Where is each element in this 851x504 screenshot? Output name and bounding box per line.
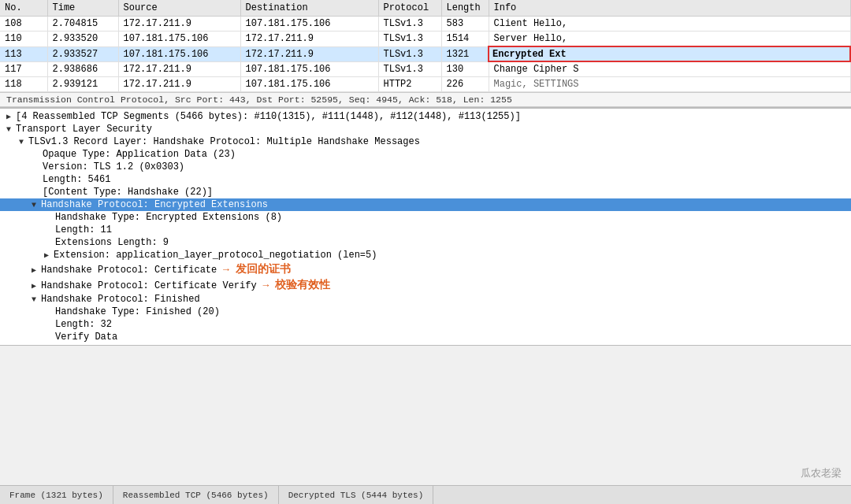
detail-area: ▶ [4 Reassembled TCP Segments (5466 byte… [0,107,851,346]
detail-text: Length: 5461 [43,174,110,185]
cell-protocol: TLSv1.3 [378,46,441,61]
detail-text: Handshake Type: Encrypted Extensions (8) [55,212,282,223]
expand-icon[interactable]: ▶ [44,250,54,260]
expand-icon[interactable]: ▼ [32,201,41,209]
detail-row[interactable]: ▼ Transport Layer Security [0,123,851,135]
cell-no: 108 [0,17,47,32]
cell-destination: 107.181.175.106 [240,17,378,32]
detail-row[interactable]: Verify Data [0,331,851,343]
detail-text: Opaque Type: Application Data (23) [43,149,236,160]
detail-row[interactable]: ▶ [4 Reassembled TCP Segments (5466 byte… [0,110,851,123]
col-no: No. [0,0,47,17]
cell-info: Client Hello, [489,17,850,32]
detail-row[interactable]: Length: 5461 [0,173,851,186]
cell-protocol: HTTP2 [378,77,441,92]
cell-source: 172.17.211.9 [118,17,240,32]
detail-row[interactable]: ▶ Handshake Protocol: Certificate → 发回的证… [0,261,851,277]
col-destination: Destination [240,0,378,17]
detail-row[interactable]: Extensions Length: 9 [0,236,851,249]
detail-text: Version: TLS 1.2 (0x0303) [43,161,184,172]
cell-protocol: TLSv1.3 [378,17,441,32]
cell-no: 118 [0,77,47,92]
detail-row[interactable]: Handshake Type: Finished (20) [0,306,851,318]
cell-length: 226 [441,77,489,92]
cell-time: 2.933527 [47,46,118,61]
cell-protocol: TLSv1.3 [378,32,441,47]
cell-source: 107.181.175.106 [118,46,240,61]
detail-row[interactable]: ▼ Handshake Protocol: Finished [0,293,851,306]
table-header-row: No. Time Source Destination Protocol Len… [0,0,850,17]
detail-text: [Content Type: Handshake (22)] [43,187,213,198]
detail-text: Extension: application_layer_protocol_ne… [54,250,377,261]
status-tcp: Reassembled TCP (5466 bytes) [113,486,279,504]
cell-length: 583 [441,17,489,32]
col-source: Source [118,0,240,17]
annotation-text: 发回的证书 [236,263,291,275]
detail-row[interactable]: Handshake Type: Encrypted Extensions (8) [0,211,851,224]
cell-length: 1321 [441,46,489,61]
cell-info: Encrypted Ext [489,46,850,61]
status-frame: Frame (1321 bytes) [0,486,113,504]
expand-icon[interactable]: ▼ [6,125,16,134]
cell-source: 172.17.211.9 [118,61,240,77]
expand-icon[interactable]: ▼ [19,138,28,146]
expand-icon[interactable]: ▶ [32,265,41,275]
detail-text: [4 Reassembled TCP Segments (5466 bytes)… [16,111,521,122]
detail-text: Transport Layer Security [16,124,152,135]
watermark: 瓜农老梁 [801,466,842,480]
cell-destination: 107.181.175.106 [240,77,378,92]
detail-row[interactable]: ▼ Handshake Protocol: Encrypted Extensio… [0,198,851,211]
detail-text: TLSv1.3 Record Layer: Handshake Protocol… [28,136,420,147]
cell-destination: 172.17.211.9 [240,32,378,47]
detail-text: Handshake Type: Finished (20) [55,306,220,317]
detail-row[interactable]: Version: TLS 1.2 (0x0303) [0,161,851,173]
cell-info: Server Hello, [489,32,850,47]
status-bar: Frame (1321 bytes) Reassembled TCP (5466… [0,485,851,504]
col-protocol: Protocol [378,0,441,17]
detail-text: Handshake Protocol: Certificate [41,265,217,276]
tcp-bar[interactable]: Transmission Control Protocol, Src Port:… [0,92,851,107]
col-info: Info [489,0,850,17]
annotation-text: 校验有效性 [275,279,330,291]
cell-protocol: TLSv1.3 [378,61,441,77]
cell-info: Magic, SETTINGS [489,77,850,92]
expand-icon[interactable]: ▶ [6,112,16,121]
cell-time: 2.933520 [47,32,118,47]
annotation-arrow: → [257,280,275,291]
cell-destination: 172.17.211.9 [240,46,378,61]
cell-no: 113 [0,46,47,61]
detail-row[interactable]: Length: 11 [0,224,851,236]
cell-no: 110 [0,32,47,47]
detail-row[interactable]: [Content Type: Handshake (22)] [0,186,851,198]
table-row[interactable]: 1102.933520107.181.175.106172.17.211.9TL… [0,32,850,47]
annotation-arrow: → [217,264,235,276]
cell-time: 2.939121 [47,77,118,92]
detail-row[interactable]: ▶ Extension: application_layer_protocol_… [0,249,851,261]
packet-table: No. Time Source Destination Protocol Len… [0,0,851,92]
table-row[interactable]: 1132.933527107.181.175.106172.17.211.9TL… [0,46,850,61]
table-row[interactable]: 1182.939121172.17.211.9107.181.175.106HT… [0,77,850,92]
expand-icon[interactable]: ▶ [32,281,41,291]
cell-length: 130 [441,61,489,77]
status-tls: Decrypted TLS (5444 bytes) [279,486,434,504]
cell-info: Change Cipher S [489,61,850,77]
detail-row[interactable]: ▶ Handshake Protocol: Certificate Verify… [0,277,851,293]
col-time: Time [47,0,118,17]
expand-icon[interactable]: ▼ [32,295,41,304]
detail-text: Verify Data [55,332,117,343]
cell-destination: 107.181.175.106 [240,61,378,77]
detail-text: Handshake Protocol: Finished [41,294,200,305]
detail-text: Length: 11 [55,224,112,235]
detail-text: Extensions Length: 9 [55,237,169,248]
tcp-bar-text: Transmission Control Protocol, Src Port:… [6,94,512,105]
table-row[interactable]: 1172.938686172.17.211.9107.181.175.106TL… [0,61,850,77]
detail-row[interactable]: Opaque Type: Application Data (23) [0,148,851,161]
col-length: Length [441,0,489,17]
table-row[interactable]: 1082.704815172.17.211.9107.181.175.106TL… [0,17,850,32]
detail-row[interactable]: ▼ TLSv1.3 Record Layer: Handshake Protoc… [0,135,851,148]
cell-no: 117 [0,61,47,77]
cell-source: 172.17.211.9 [118,77,240,92]
detail-row[interactable]: Length: 32 [0,318,851,331]
detail-text: Length: 32 [55,319,112,330]
cell-length: 1514 [441,32,489,47]
